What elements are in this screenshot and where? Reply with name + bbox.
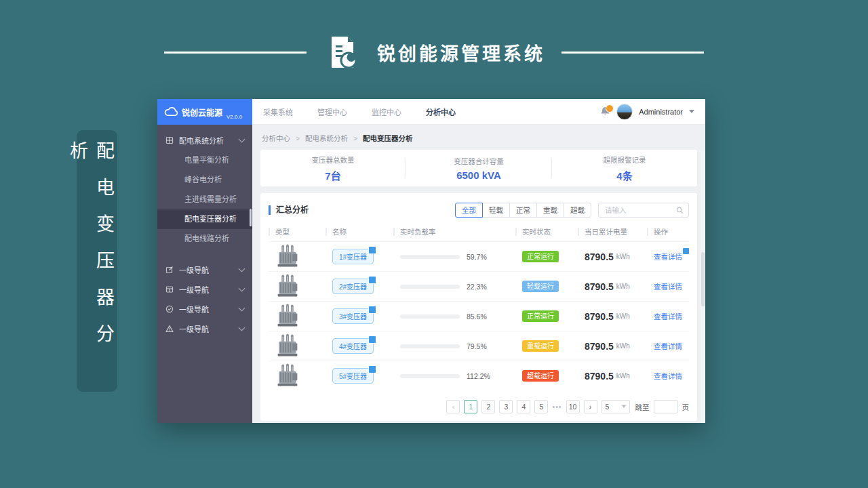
filter-light-load[interactable]: 轻载 [482,203,510,218]
stat-label: 变压器合计容量 [406,156,551,166]
tag-badge-icon [368,306,376,314]
sidebar-item-main-line-demand[interactable]: 主进线需量分析 [157,190,252,209]
status-cell: 重载运行 [515,340,578,352]
transformer-name-tag[interactable]: 1#变压器 [332,249,374,264]
energy-cell: 8790.5 kWh [578,371,647,382]
type-cell [269,363,326,389]
pagination-page-5[interactable]: 5 [534,400,548,413]
sidebar-item-label: 配电系统分析 [179,135,224,146]
energy-unit: kWh [616,253,630,260]
sidebar-item-label: 一级导航 [179,323,209,334]
transformer-name-tag[interactable]: 4#变压器 [332,338,374,354]
view-details-link[interactable]: 查看详情 [654,341,682,351]
side-label: 配电变压器分析 [77,130,117,392]
pagination-page-1[interactable]: 1 [464,400,477,413]
energy-cell: 8790.5 kWh [578,311,647,322]
tab-monitoring-center[interactable]: 监控中心 [372,106,401,117]
breadcrumb-analysis-center[interactable]: 分析中心 [262,134,290,142]
sidebar-spacer [157,249,252,260]
window-scrollbar[interactable] [701,150,705,423]
page-background: 锐创能源管理系统 配电变压器分析 锐创云能源 V2.0.0 配电系统分析 [0,0,868,488]
avatar[interactable] [616,104,633,120]
sidebar-item-distribution-analysis[interactable]: 配电系统分析 [157,131,252,149]
sidebar-item-nav-1[interactable]: 一级导航 [157,260,252,279]
table-icon [165,285,174,293]
search-input[interactable] [604,205,676,215]
name-cell: 4#变压器 [326,338,393,354]
transformer-image [275,274,300,300]
sidebar-item-nav-4[interactable]: 一级导航 [157,319,252,338]
pagination-page-10[interactable]: 10 [566,400,580,413]
sidebar-item-nav-3[interactable]: 一级导航 [157,299,252,319]
view-details-link[interactable]: 查看详情 [654,311,682,321]
pagination-prev[interactable]: ‹ [446,400,460,413]
stat-value: 4条 [552,168,697,182]
sidebar-scrollbar-thumb[interactable] [250,209,252,226]
breadcrumb-separator: > [353,134,357,142]
filter-heavy-load[interactable]: 重载 [536,203,564,218]
breadcrumb: 分析中心 > 配电系统分析 > 配电变压器分析 [252,125,705,143]
sidebar-item-label: 一级导航 [179,264,209,275]
transformer-image [275,304,300,329]
transformer-name-tag[interactable]: 5#变压器 [332,368,374,384]
chevron-down-icon[interactable] [689,110,694,113]
window-scrollbar-thumb[interactable] [701,252,705,306]
document-pen-icon [323,33,361,71]
page-size-select[interactable]: 5 [601,400,630,413]
column-header-action: 操作 [647,228,689,236]
tab-analysis-center[interactable]: 分析中心 [426,106,456,117]
page-size-value: 5 [606,403,610,411]
tab-collection-system[interactable]: 采集系统 [263,106,293,117]
action-cell: 查看详情 [647,341,689,351]
filter-normal[interactable]: 正常 [509,203,537,218]
edit-icon [165,266,174,274]
tab-management-center[interactable]: 管理中心 [317,106,347,117]
sidebar-item-nav-2[interactable]: 一级导航 [157,279,252,299]
table-row: 2#变压器 22.3% 轻载运行 8790.5 kWh [269,271,689,301]
pagination-page-3[interactable]: 3 [499,400,513,413]
breadcrumb-distribution-analysis[interactable]: 配电系统分析 [305,134,348,142]
column-header-load-rate: 实时负载率 [393,228,515,236]
view-details-link[interactable]: 查看详情 [654,371,682,381]
status-cell: 正常运行 [515,251,578,262]
action-cell: 查看详情 [647,251,689,262]
filter-overload[interactable]: 超载 [564,203,591,218]
energy-value: 8790.5 [585,281,614,292]
user-name[interactable]: Administrator [639,108,683,116]
load-cell: 79.5% [393,342,515,350]
filter-all[interactable]: 全部 [455,203,483,218]
app-logo: 锐创云能源 V2.0.0 [157,99,252,125]
view-details-link[interactable]: 查看详情 [654,281,682,291]
pagination-ellipsis[interactable]: ••• [552,403,561,411]
transformer-image [275,244,300,270]
load-bar [400,374,460,378]
section-title: 汇总分析 [269,205,309,215]
load-percent: 59.7% [467,253,487,261]
search-box [598,203,689,218]
pagination-page-4[interactable]: 4 [517,400,530,413]
table-row: 5#变压器 112.2% 超载运行 8790.5 kWh [269,361,689,390]
energy-unit: kWh [616,342,630,350]
pagination-page-2[interactable]: 2 [481,400,495,413]
sidebar-item-transformer-analysis[interactable]: 配电变压器分析 [157,209,252,229]
jump-page-input[interactable] [654,400,678,413]
pagination-next[interactable]: › [584,400,597,413]
breadcrumb-separator: > [296,134,300,142]
type-cell [269,304,326,329]
transformer-name: 3#变压器 [339,313,367,321]
sidebar-item-line-analysis[interactable]: 配电线路分析 [157,229,252,249]
transformer-name-tag[interactable]: 3#变压器 [332,308,374,324]
cloud-icon [164,107,178,117]
stat-alarm-records: 超限报警记录 4条 [552,155,697,182]
transformer-name-tag[interactable]: 2#变压器 [332,279,374,294]
view-details-link[interactable]: 查看详情 [654,251,682,262]
sidebar-item-energy-balance[interactable]: 电量平衡分析 [157,150,252,170]
panel-header: 汇总分析 全部 轻载 正常 重载 超载 [269,193,689,218]
bell-icon[interactable] [600,106,610,117]
table-header: 类型 名称 实时负载率 实时状态 当日累计电量 操作 [269,228,689,236]
status-badge: 正常运行 [522,310,559,322]
action-cell: 查看详情 [647,281,689,291]
status-cell: 超载运行 [515,370,578,382]
search-icon[interactable] [676,207,684,214]
sidebar-item-peak-valley[interactable]: 峰谷电分析 [157,170,252,190]
